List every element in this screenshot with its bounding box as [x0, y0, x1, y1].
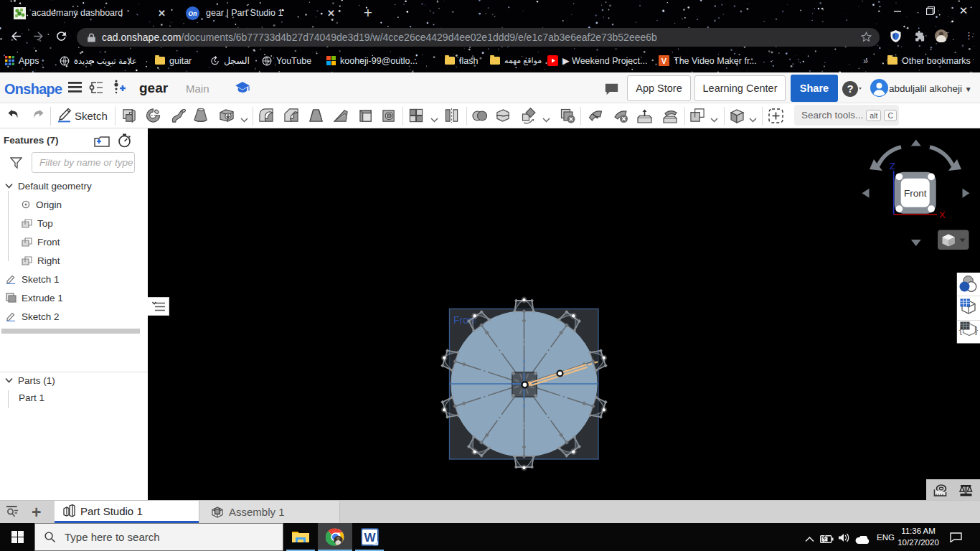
svg-text:V: V	[661, 57, 667, 65]
svg-text:W: W	[364, 531, 376, 545]
svg-text:Front: Front	[904, 188, 927, 199]
svg-text:On: On	[189, 10, 197, 17]
svg-text:?: ?	[847, 83, 853, 95]
svg-text:}: }	[975, 325, 978, 335]
svg-text:{: {	[959, 325, 962, 335]
svg-text:X: X	[939, 209, 946, 220]
svg-text:Z: Z	[890, 161, 895, 171]
